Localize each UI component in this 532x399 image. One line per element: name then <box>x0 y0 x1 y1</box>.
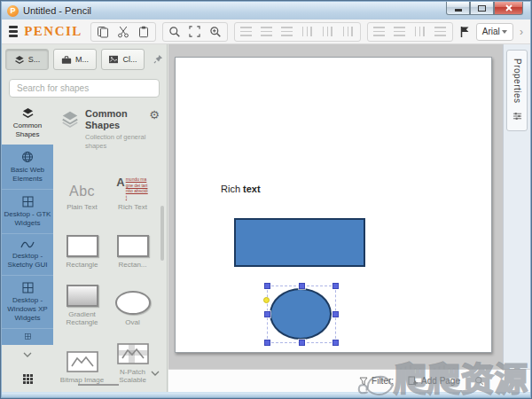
paste-button[interactable] <box>135 24 153 40</box>
maximize-button[interactable] <box>470 2 494 15</box>
selection-handle-nw[interactable] <box>264 283 270 289</box>
shape-rectangle[interactable]: Rectangle <box>59 217 106 270</box>
distribute-4-button[interactable] <box>432 24 450 40</box>
tab-shapes-label: S... <box>28 55 41 64</box>
shape-label: Rectangle <box>66 261 98 270</box>
shape-plain-text[interactable]: Abc Plain Text <box>59 160 106 212</box>
selection-handle-w[interactable] <box>264 311 270 317</box>
distribute-1-icon <box>373 27 385 36</box>
close-button[interactable] <box>494 2 523 15</box>
shape-npatch[interactable]: N-Patch Scalable <box>109 332 156 385</box>
gallery-scroll-down[interactable] <box>151 364 160 379</box>
rotation-handle[interactable] <box>263 297 270 303</box>
canvas-oval-shape[interactable] <box>270 288 332 340</box>
distribute-3-icon <box>415 27 426 36</box>
selection-handle-s[interactable] <box>299 340 305 346</box>
gallery-grid: Abc Plain Text A mundu magne dei tarinit… <box>59 156 156 385</box>
grid-icon <box>22 196 34 207</box>
document-page[interactable]: Rich text <box>175 57 492 353</box>
gradient-rectangle-preview <box>66 285 98 307</box>
shape-label: Rich Text <box>118 203 147 212</box>
text-format-button[interactable] <box>459 24 470 40</box>
font-family-value: Arial <box>482 27 500 36</box>
shape-rectangle-2[interactable]: Rectan... <box>109 217 156 270</box>
distribute-4-icon <box>434 27 446 36</box>
properties-tab[interactable]: Properties <box>506 50 528 131</box>
sidebar-body: Common Shapes Basic Web Elements Desktop… <box>2 101 167 392</box>
pin-sidebar-button[interactable] <box>153 51 163 67</box>
layers-icon <box>21 107 35 119</box>
canvas-rectangle-shape[interactable] <box>234 218 365 267</box>
collection-basic-web[interactable]: Basic Web Elements <box>2 145 53 190</box>
align-middle-button[interactable] <box>319 24 337 40</box>
collection-sketchy-gui[interactable]: Desktop - Sketchy GUI <box>2 234 53 276</box>
align-left-button[interactable] <box>238 24 255 40</box>
filter-control[interactable]: Filter: <box>359 376 394 386</box>
toolbar-overflow-button[interactable]: › <box>520 26 523 38</box>
gallery-scrollbar[interactable] <box>160 206 164 261</box>
page-search-icon[interactable] <box>474 376 484 386</box>
distribute-3-button[interactable] <box>411 24 429 40</box>
copy-button[interactable] <box>94 24 112 40</box>
shape-oval[interactable]: Oval <box>109 275 156 327</box>
shape-bitmap-image[interactable]: Bitmap Image <box>59 332 106 385</box>
selection-handle-ne[interactable] <box>332 283 339 289</box>
gallery-subtitle: Collection of general shapes <box>85 133 156 151</box>
selection-handle-sw[interactable] <box>264 340 270 346</box>
collection-label: Desktop - Sketchy GUI <box>4 252 51 270</box>
chevron-down-icon <box>23 352 32 357</box>
gallery-scroll-line <box>78 384 119 386</box>
squiggle-icon <box>20 240 35 249</box>
shape-gradient-rectangle[interactable]: Gradient Rectangle <box>59 275 106 327</box>
align-top-button[interactable] <box>299 24 317 40</box>
canvas-rich-text[interactable]: Rich text <box>221 184 261 194</box>
collections-scroll-down[interactable] <box>2 345 53 357</box>
align-group <box>234 22 361 42</box>
scissors-icon <box>117 26 129 38</box>
collection-label: Desktop - Windows XP Widgets <box>4 296 51 323</box>
font-family-select[interactable]: Arial <box>476 23 513 41</box>
selection-handle-n[interactable] <box>299 283 305 289</box>
tab-mystuff-label: M... <box>75 55 89 64</box>
plain-text-preview: Abc <box>69 184 95 200</box>
pencil-logo: PENCIL <box>24 24 82 39</box>
collection-label: Desktop - GTK Widgets <box>4 210 51 228</box>
collection-common-shapes[interactable]: Common Shapes <box>2 101 53 145</box>
cut-button[interactable] <box>114 24 132 40</box>
collection-label: Common Shapes <box>4 121 51 139</box>
distribute-2-button[interactable] <box>391 24 409 40</box>
chevron-down-icon <box>151 371 160 376</box>
add-page-button[interactable]: Add Page <box>408 376 460 386</box>
zoom-in-button[interactable] <box>207 24 224 40</box>
align-bottom-button[interactable] <box>340 24 357 40</box>
app-icon: P <box>7 5 19 17</box>
shape-label: Rectan... <box>118 261 146 270</box>
collection-partial[interactable] <box>2 329 53 345</box>
shape-rich-text[interactable]: A mundu magne dei tarinito abscidit Rich… <box>109 160 156 212</box>
briefcase-icon <box>61 55 72 65</box>
collection-winxp-widgets[interactable]: Desktop - Windows XP Widgets <box>2 276 53 329</box>
rich-text-words: mundu magne dei tarinito abscidit <box>126 176 149 200</box>
shape-label: N-Patch Scalable <box>109 368 156 385</box>
npatch-preview <box>117 343 149 364</box>
zoom-out-button[interactable] <box>166 24 184 40</box>
all-collections-button[interactable] <box>2 373 53 392</box>
selection-handle-se[interactable] <box>332 340 339 346</box>
gallery-settings-button[interactable]: ⚙ <box>149 108 160 121</box>
collection-gtk-widgets[interactable]: Desktop - GTK Widgets <box>2 190 53 234</box>
maximize-icon <box>478 5 486 12</box>
align-center-button[interactable] <box>258 24 276 40</box>
align-right-button[interactable] <box>278 24 296 40</box>
funnel-icon <box>359 377 368 386</box>
layers-icon <box>60 108 80 129</box>
canvas-area[interactable]: Rich text <box>168 44 503 369</box>
menu-button[interactable] <box>9 26 18 37</box>
tab-shapes[interactable]: S... <box>5 49 49 70</box>
selection-handle-e[interactable] <box>332 311 339 317</box>
minimize-button[interactable] <box>446 2 470 15</box>
distribute-1-button[interactable] <box>371 24 388 40</box>
tab-clipart[interactable]: Cl... <box>101 49 145 70</box>
zoom-fit-button[interactable] <box>186 24 204 40</box>
tab-mystuff[interactable]: M... <box>53 49 97 70</box>
search-input[interactable] <box>9 79 160 98</box>
